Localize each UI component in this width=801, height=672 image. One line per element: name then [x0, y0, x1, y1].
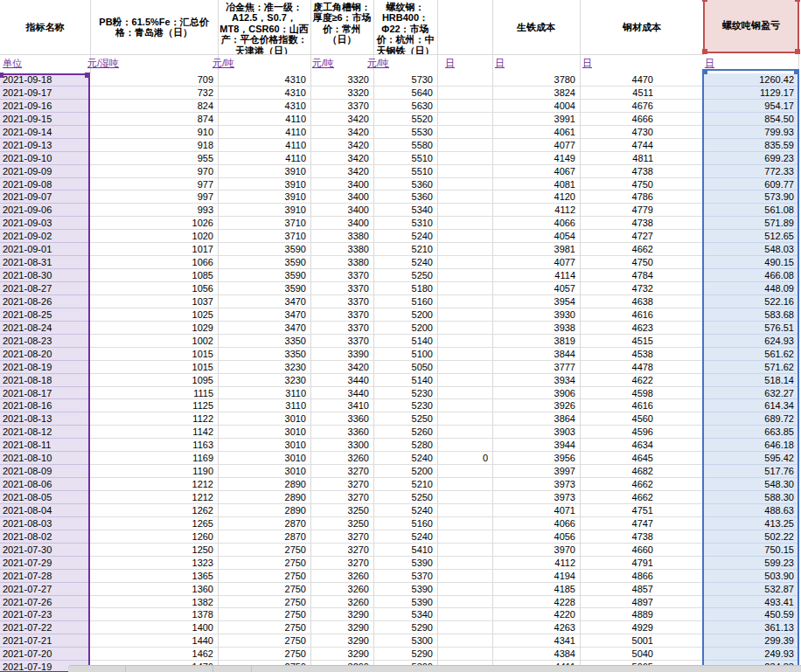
aux-cell[interactable]: [437, 191, 492, 204]
pb-cell[interactable]: 1265: [90, 517, 218, 530]
date-cell[interactable]: 2021-09-06: [0, 204, 90, 217]
coke-cell[interactable]: 3230: [218, 374, 310, 387]
pig-iron-cell[interactable]: 4057: [492, 282, 580, 295]
empty-cell[interactable]: [658, 399, 704, 412]
pb-cell[interactable]: 1440: [90, 634, 218, 648]
date-cell[interactable]: 2021-09-03: [0, 217, 90, 230]
steel-cost-cell[interactable]: 4662: [580, 491, 658, 504]
scrap-cell[interactable]: 3370: [310, 335, 373, 348]
date-cell[interactable]: 2021-08-27: [0, 282, 90, 295]
pig-iron-cell[interactable]: 4077: [492, 139, 580, 152]
coke-cell[interactable]: 2750: [218, 583, 310, 596]
scrap-cell[interactable]: 3250: [310, 504, 373, 517]
rebar-cell[interactable]: 5280: [373, 439, 437, 452]
steel-cost-cell[interactable]: 4538: [580, 348, 658, 361]
scrap-cell[interactable]: 3370: [310, 295, 373, 308]
steel-cost-cell[interactable]: 4751: [580, 504, 658, 517]
aux-cell[interactable]: [437, 204, 492, 217]
rebar-cell[interactable]: 5520: [373, 113, 437, 126]
date-cell[interactable]: 2021-08-06: [0, 478, 90, 491]
pig-iron-cell[interactable]: 3938: [492, 322, 580, 335]
steel-cost-cell[interactable]: 4897: [580, 596, 658, 609]
empty-cell[interactable]: [658, 648, 704, 661]
aux-cell[interactable]: [437, 230, 492, 243]
profit-cell[interactable]: 249.93: [704, 648, 798, 661]
aux-cell[interactable]: [437, 387, 492, 400]
profit-cell[interactable]: 1129.17: [704, 87, 798, 100]
rebar-cell[interactable]: 5240: [373, 256, 437, 269]
header-scrap-steel[interactable]: 废工角槽钢：厚度≥6：市场价：常州（日）: [310, 0, 373, 54]
profit-cell[interactable]: 490.15: [704, 256, 798, 269]
aux-cell[interactable]: [437, 426, 492, 439]
aux-cell[interactable]: 0: [437, 452, 492, 465]
profit-cell[interactable]: 699.23: [704, 152, 798, 165]
unit-pig-iron[interactable]: 日: [495, 57, 505, 69]
profit-cell[interactable]: 689.72: [704, 412, 798, 426]
pig-iron-cell[interactable]: 4081: [492, 178, 580, 191]
aux-cell[interactable]: [437, 113, 492, 126]
empty-cell[interactable]: [658, 387, 704, 400]
pig-iron-cell[interactable]: 4067: [492, 165, 580, 178]
pb-cell[interactable]: 997: [90, 191, 218, 204]
profit-cell[interactable]: 835.59: [704, 139, 798, 152]
date-cell[interactable]: 2021-07-26: [0, 596, 90, 609]
profit-cell[interactable]: 512.65: [704, 230, 798, 243]
unit-scrap[interactable]: 元/吨: [312, 57, 334, 69]
steel-cost-cell[interactable]: 4662: [580, 478, 658, 491]
rebar-cell[interactable]: 5180: [373, 282, 437, 295]
steel-cost-cell[interactable]: 4616: [580, 399, 658, 412]
unit-profit[interactable]: 日: [705, 57, 714, 69]
pig-iron-cell[interactable]: 3819: [492, 335, 580, 348]
aux-cell[interactable]: [437, 87, 492, 100]
pb-cell[interactable]: 1020: [90, 230, 218, 243]
empty-cell[interactable]: [658, 100, 704, 113]
date-cell[interactable]: 2021-08-09: [0, 465, 90, 478]
rebar-cell[interactable]: 5100: [373, 348, 437, 361]
empty-cell[interactable]: [658, 139, 704, 152]
pig-iron-cell[interactable]: 3970: [492, 544, 580, 557]
steel-cost-cell[interactable]: 4478: [580, 361, 658, 374]
scrap-cell[interactable]: 3420: [310, 152, 373, 165]
steel-cost-cell[interactable]: 4750: [580, 178, 658, 191]
pb-cell[interactable]: 1085: [90, 269, 218, 282]
coke-cell[interactable]: 2870: [218, 517, 310, 530]
pig-iron-cell[interactable]: 4220: [492, 608, 580, 621]
empty-cell[interactable]: [658, 504, 704, 517]
rebar-cell[interactable]: 5240: [373, 230, 437, 243]
aux-cell[interactable]: [437, 570, 492, 583]
selection-handle[interactable]: [0, 73, 3, 78]
scrap-cell[interactable]: 3260: [310, 570, 373, 583]
aux-cell[interactable]: [437, 282, 492, 295]
scrap-cell[interactable]: 3370: [310, 308, 373, 322]
rebar-cell[interactable]: 5630: [373, 100, 437, 113]
empty-cell[interactable]: [658, 322, 704, 335]
scrap-cell[interactable]: 3360: [310, 426, 373, 439]
rebar-cell[interactable]: 5390: [373, 583, 437, 596]
pig-iron-cell[interactable]: 4228: [492, 596, 580, 609]
pig-iron-cell[interactable]: 3973: [492, 491, 580, 504]
aux-cell[interactable]: [437, 478, 492, 491]
empty-cell[interactable]: [658, 308, 704, 322]
pig-iron-cell[interactable]: 4077: [492, 256, 580, 269]
steel-cost-cell[interactable]: 4784: [580, 269, 658, 282]
pb-cell[interactable]: 1066: [90, 256, 218, 269]
empty-cell[interactable]: [658, 634, 704, 648]
pig-iron-cell[interactable]: 3930: [492, 308, 580, 322]
aux-cell[interactable]: [437, 361, 492, 374]
steel-cost-cell[interactable]: 4732: [580, 282, 658, 295]
aux-cell[interactable]: [437, 243, 492, 256]
header-pig-iron-cost[interactable]: 生铁成本: [492, 0, 580, 54]
date-cell[interactable]: 2021-08-10: [0, 452, 90, 465]
pb-cell[interactable]: 824: [90, 100, 218, 113]
empty-cell[interactable]: [658, 439, 704, 452]
steel-cost-cell[interactable]: 4645: [580, 452, 658, 465]
scrap-cell[interactable]: 3400: [310, 217, 373, 230]
empty-cell[interactable]: [658, 530, 704, 544]
scrap-cell[interactable]: 3290: [310, 634, 373, 648]
pig-iron-cell[interactable]: 4066: [492, 217, 580, 230]
rebar-cell[interactable]: 5410: [373, 544, 437, 557]
scrap-cell[interactable]: 3380: [310, 243, 373, 256]
scrap-cell[interactable]: 3400: [310, 191, 373, 204]
series-name-red-selection[interactable]: 螺纹吨钢盈亏: [703, 0, 799, 53]
pb-cell[interactable]: 1250: [90, 544, 218, 557]
